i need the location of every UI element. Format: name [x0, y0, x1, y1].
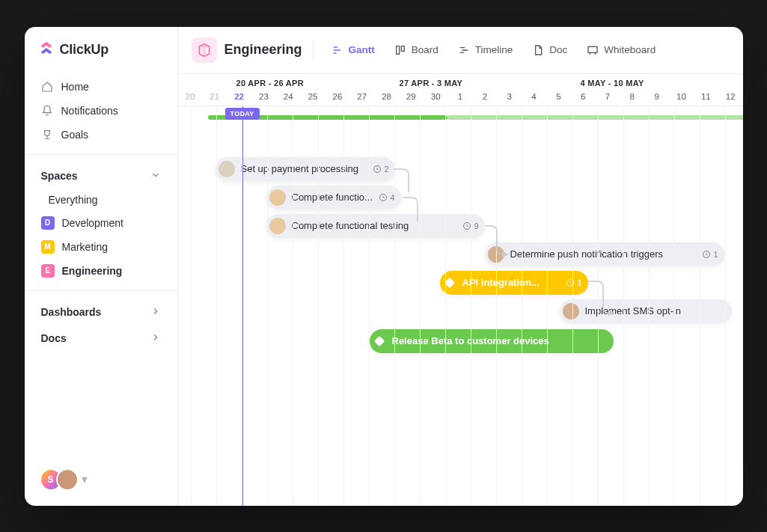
bell-icon: [41, 105, 53, 117]
space-label: Engineering: [62, 265, 123, 277]
space-title[interactable]: Engineering: [192, 37, 302, 63]
gantt-icon: [331, 44, 343, 56]
cube-icon: [192, 37, 217, 63]
doc-icon: [532, 44, 544, 56]
day-cell[interactable]: 5: [546, 92, 571, 106]
day-cell[interactable]: 6: [571, 92, 596, 106]
view-label: Whiteboard: [604, 44, 656, 55]
day-cell[interactable]: 11: [694, 92, 718, 106]
day-cell[interactable]: 30: [424, 92, 448, 106]
everything-item[interactable]: Everything: [37, 189, 165, 211]
chevron-down-icon: [150, 170, 161, 183]
view-timeline[interactable]: Timeline: [450, 40, 521, 61]
avatar: [563, 303, 579, 319]
task-label: Complete functional testing: [292, 220, 409, 231]
day-cell[interactable]: 28: [374, 92, 399, 106]
task-label: Complete functio...: [292, 192, 373, 203]
diamond-icon: [373, 335, 384, 346]
svg-rect-6: [588, 46, 597, 52]
day-cell[interactable]: 29: [399, 92, 424, 106]
view-label: Timeline: [475, 44, 513, 55]
day-cell[interactable]: 23: [251, 92, 276, 106]
progress-faded: [447, 115, 743, 120]
space-badge: D: [41, 216, 55, 230]
task-bar[interactable]: Complete functional testing 9: [266, 214, 485, 238]
space-label: Marketing: [62, 241, 108, 253]
task-label: Determine push notification triggers: [510, 248, 664, 260]
nav-goals[interactable]: Goals: [37, 123, 165, 147]
nav-notifications-label: Notifications: [61, 105, 118, 117]
brand-logo[interactable]: ClickUp: [37, 40, 165, 60]
chevron-right-icon: [150, 306, 161, 319]
nav-home[interactable]: Home: [37, 75, 165, 99]
task-bar[interactable]: Implement SMS opt-in: [560, 299, 732, 323]
view-doc[interactable]: Doc: [525, 40, 575, 61]
view-label: Board: [412, 44, 438, 55]
day-cell[interactable]: 3: [497, 92, 522, 106]
week-label: 27 APR - 3 MAY: [356, 79, 534, 88]
nav-home-label: Home: [61, 81, 89, 93]
day-cell[interactable]: 20: [178, 92, 203, 106]
subtask-count: 1: [702, 250, 718, 259]
days-row: 2021222324252627282930123456789101112: [178, 92, 743, 106]
view-gantt[interactable]: Gantt: [324, 40, 382, 61]
today-line: [242, 106, 244, 506]
day-cell[interactable]: 21: [202, 92, 227, 106]
day-cell[interactable]: 26: [325, 92, 349, 106]
day-cell[interactable]: 12: [718, 92, 743, 106]
sidebar: ClickUp Home Notifications Goals Spaces …: [25, 27, 178, 506]
day-cell[interactable]: 4: [522, 92, 546, 106]
spaces-header[interactable]: Spaces: [37, 162, 165, 189]
task-label: Implement SMS opt-in: [585, 305, 682, 317]
day-cell[interactable]: 1: [448, 92, 473, 106]
day-cell[interactable]: 24: [276, 92, 301, 106]
calendar-strip: 20 APR - 26 APR 27 APR - 3 MAY 4 MAY - 1…: [178, 74, 743, 106]
nav-notifications[interactable]: Notifications: [37, 99, 165, 123]
day-cell[interactable]: 9: [644, 92, 669, 106]
day-cell[interactable]: 8: [620, 92, 644, 106]
week-label: 20 APR - 26 APR: [178, 79, 356, 88]
day-cell[interactable]: 25: [301, 92, 326, 106]
view-whiteboard[interactable]: Whiteboard: [579, 40, 663, 61]
task-bar-milestone[interactable]: Release Beta to customer devices: [370, 329, 614, 353]
space-title-text: Engineering: [224, 42, 302, 58]
docs-label: Docs: [41, 332, 67, 344]
diamond-icon: [444, 277, 454, 287]
avatar: [219, 161, 235, 177]
space-marketing[interactable]: M Marketing: [37, 235, 165, 259]
day-cell[interactable]: 27: [349, 92, 374, 106]
trophy-icon: [41, 129, 53, 141]
task-bar[interactable]: Complete functio... 4: [266, 186, 401, 210]
whiteboard-icon: [587, 44, 599, 56]
task-label: Set up payment processing: [241, 163, 359, 174]
divider: [313, 41, 314, 59]
space-badge: E: [41, 264, 55, 278]
clickup-logo-icon: [38, 40, 55, 60]
space-development[interactable]: D Development: [37, 211, 165, 235]
subtask-count: 1: [566, 278, 581, 287]
dashboards-header[interactable]: Dashboards: [37, 299, 165, 325]
avatar: [56, 468, 79, 491]
task-label: API integration...: [462, 277, 540, 288]
main-content: Engineering Gantt Board Timeline Doc W: [178, 27, 743, 506]
chevron-right-icon: [150, 332, 161, 345]
day-cell[interactable]: 7: [596, 92, 620, 106]
gantt-area[interactable]: TODAY Set up payment processing 2 Comple…: [178, 106, 743, 506]
dashboards-label: Dashboards: [41, 306, 102, 318]
svg-rect-4: [396, 46, 399, 54]
everything-label: Everything: [49, 194, 98, 206]
space-label: Development: [62, 217, 124, 229]
user-avatars[interactable]: S ▾: [37, 465, 165, 494]
task-bar-milestone[interactable]: API integration... 1: [440, 271, 588, 295]
view-label: Gantt: [349, 44, 375, 55]
space-engineering[interactable]: E Engineering: [37, 259, 165, 283]
day-cell[interactable]: 10: [669, 92, 694, 106]
view-board[interactable]: Board: [387, 40, 446, 61]
docs-header[interactable]: Docs: [37, 325, 165, 351]
day-cell[interactable]: 2: [472, 92, 497, 106]
app-window: ClickUp Home Notifications Goals Spaces …: [25, 27, 743, 506]
svg-rect-5: [401, 46, 404, 51]
divider: [25, 290, 177, 291]
task-bar[interactable]: Determine push notification triggers 1: [485, 242, 724, 266]
day-cell[interactable]: 22: [227, 92, 251, 106]
